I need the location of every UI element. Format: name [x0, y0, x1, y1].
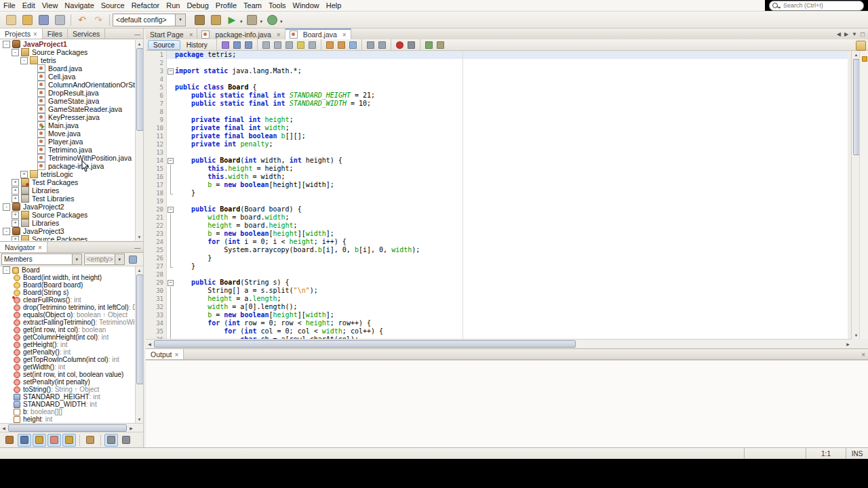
- navigator-settings-button[interactable]: [127, 253, 140, 266]
- menu-edit[interactable]: Edit: [19, 1, 39, 9]
- tree-item-javaproject1[interactable]: -JavaProject1: [0, 40, 143, 48]
- warning-mark-icon[interactable]: [862, 56, 867, 62]
- navigator-member-board[interactable]: Board(int width, int height): [0, 274, 143, 281]
- line-number[interactable]: 4: [146, 75, 167, 83]
- line-number[interactable]: 24: [146, 238, 167, 246]
- code-text[interactable]: width = board.width;: [175, 214, 290, 222]
- scroll-right-icon[interactable]: [127, 424, 135, 432]
- maximize-icon[interactable]: [861, 30, 865, 38]
- line-number[interactable]: 12: [146, 140, 167, 148]
- tab-files[interactable]: Files: [43, 28, 68, 39]
- code-line[interactable]: 35 for (int col = 0; col < width; col++)…: [146, 327, 848, 336]
- chevron-down-icon[interactable]: [240, 14, 243, 26]
- output-body[interactable]: [146, 360, 868, 447]
- menu-file[interactable]: File: [0, 1, 19, 9]
- line-number[interactable]: 9: [146, 116, 167, 124]
- show-methods-icon[interactable]: [47, 434, 61, 447]
- config-select[interactable]: <default config>: [113, 14, 186, 26]
- chevron-down-icon[interactable]: [260, 14, 263, 26]
- code-text[interactable]: b = new boolean[height][width];: [175, 181, 334, 189]
- line-number[interactable]: 27: [146, 262, 167, 270]
- toggle-collapse-icon[interactable]: -: [20, 57, 28, 64]
- navigator-member-set[interactable]: set(int row, int col, boolean value): [0, 371, 143, 378]
- sort-by-source-icon[interactable]: [119, 434, 133, 447]
- navigator-scrollbar[interactable]: [135, 266, 143, 423]
- find-next-icon[interactable]: [273, 40, 283, 49]
- editor-tab-start-page[interactable]: Start Page: [146, 28, 197, 39]
- code-line[interactable]: 2: [146, 59, 848, 67]
- tree-item-test-packages[interactable]: +Test Packages: [0, 178, 143, 186]
- tree-item-cell-java[interactable]: Cell.java: [0, 73, 143, 81]
- code-fold-toggle[interactable]: −: [167, 205, 175, 214]
- scroll-down-icon[interactable]: [136, 233, 143, 241]
- profile-project-icon[interactable]: [264, 13, 279, 27]
- copy-icon[interactable]: [52, 13, 67, 27]
- editor-tab-board-java[interactable]: Board.java: [285, 28, 351, 39]
- navigator-member-getcolumnheight[interactable]: getColumnHeight(int col) : int: [0, 333, 143, 341]
- redo-icon[interactable]: ↷: [91, 13, 106, 27]
- tree-item-package-info-java[interactable]: package-info.java: [0, 162, 143, 170]
- fold-collapse-icon[interactable]: −: [167, 280, 174, 286]
- tree-item-dropresult-java[interactable]: DropResult.java: [0, 89, 143, 97]
- select-in-document-icon[interactable]: [307, 40, 317, 49]
- navigator-member-equals[interactable]: equals(Object o) : boolean ↑ Object: [0, 311, 143, 319]
- forward-icon[interactable]: [243, 40, 254, 49]
- menu-debug[interactable]: Debug: [183, 1, 212, 9]
- new-project-icon[interactable]: [20, 13, 35, 27]
- code-line[interactable]: 27 }: [146, 262, 848, 270]
- line-number[interactable]: 23: [146, 230, 167, 238]
- tree-item-libraries[interactable]: +Libraries: [0, 219, 143, 227]
- new-file-icon[interactable]: [3, 13, 18, 27]
- code-line[interactable]: 15 this.height = height;: [146, 165, 848, 173]
- menu-team[interactable]: Team: [240, 1, 265, 9]
- minimize-icon[interactable]: [134, 30, 140, 38]
- tree-item-source-packages[interactable]: +Source Packages: [0, 235, 143, 241]
- tree-item-source-packages[interactable]: -Source Packages: [0, 48, 143, 56]
- tree-item-source-packages[interactable]: +Source Packages: [0, 211, 143, 219]
- line-number[interactable]: 18: [146, 189, 167, 197]
- code-text[interactable]: public Board(Board board) {: [175, 205, 302, 214]
- close-icon[interactable]: [277, 30, 281, 39]
- menu-refactor[interactable]: Refactor: [128, 1, 163, 9]
- code-text[interactable]: public static final int STANDARD_WIDTH =…: [175, 100, 371, 108]
- line-number[interactable]: 22: [146, 222, 167, 230]
- navigator-member-clearfullrows[interactable]: clearFullRows() : int: [0, 296, 143, 304]
- close-icon[interactable]: [189, 30, 193, 39]
- navigator-member-setpenalty[interactable]: setPenalty(int penalty): [0, 378, 143, 386]
- tab-navigator[interactable]: Navigator: [0, 242, 47, 252]
- toggle-collapse-icon[interactable]: -: [3, 266, 10, 274]
- menu-help[interactable]: Help: [323, 1, 345, 9]
- line-number[interactable]: 1: [146, 51, 167, 59]
- previous-occurrence-icon[interactable]: [325, 40, 335, 49]
- line-number[interactable]: 16: [146, 173, 167, 181]
- close-icon[interactable]: [342, 30, 347, 39]
- scroll-left-icon[interactable]: [146, 340, 153, 348]
- navigator-filter-select[interactable]: <empty>: [84, 253, 125, 265]
- close-icon[interactable]: [33, 30, 37, 38]
- toggle-collapse-icon[interactable]: -: [3, 228, 10, 235]
- code-line[interactable]: 17 b = new boolean[height][width];: [146, 181, 848, 189]
- filter-visibility-icon[interactable]: [83, 434, 97, 447]
- code-fold-toggle[interactable]: −: [167, 279, 175, 287]
- search-input[interactable]: [782, 2, 864, 9]
- code-text[interactable]: import static java.lang.Math.*;: [175, 67, 302, 75]
- menu-run[interactable]: Run: [163, 1, 183, 9]
- find-selection-icon[interactable]: [261, 40, 271, 49]
- stop-macro-icon[interactable]: [406, 40, 416, 49]
- navigator-member-b[interactable]: b : boolean[][]: [0, 408, 143, 415]
- shift-left-icon[interactable]: [366, 40, 376, 49]
- code-line[interactable]: 19: [146, 197, 848, 205]
- line-number[interactable]: 8: [146, 108, 167, 116]
- code-text[interactable]: this.height = height;: [175, 165, 294, 173]
- build-project-icon[interactable]: [192, 13, 207, 27]
- code-line[interactable]: 5public class Board {: [146, 83, 848, 92]
- code-line[interactable]: 3−import static java.lang.Math.*;: [146, 67, 848, 75]
- line-number[interactable]: 20: [146, 205, 167, 214]
- fold-collapse-icon[interactable]: −: [167, 158, 174, 164]
- code-text[interactable]: System.arraycopy(board.b[i], 0, b[i], 0,…: [175, 246, 420, 254]
- projects-scrollbar[interactable]: [135, 40, 143, 241]
- code-text[interactable]: public Board(String s) {: [175, 279, 290, 287]
- toggle-expand-icon[interactable]: +: [12, 220, 19, 227]
- menu-view[interactable]: View: [39, 1, 62, 9]
- scroll-tabs-left-icon[interactable]: [837, 31, 841, 37]
